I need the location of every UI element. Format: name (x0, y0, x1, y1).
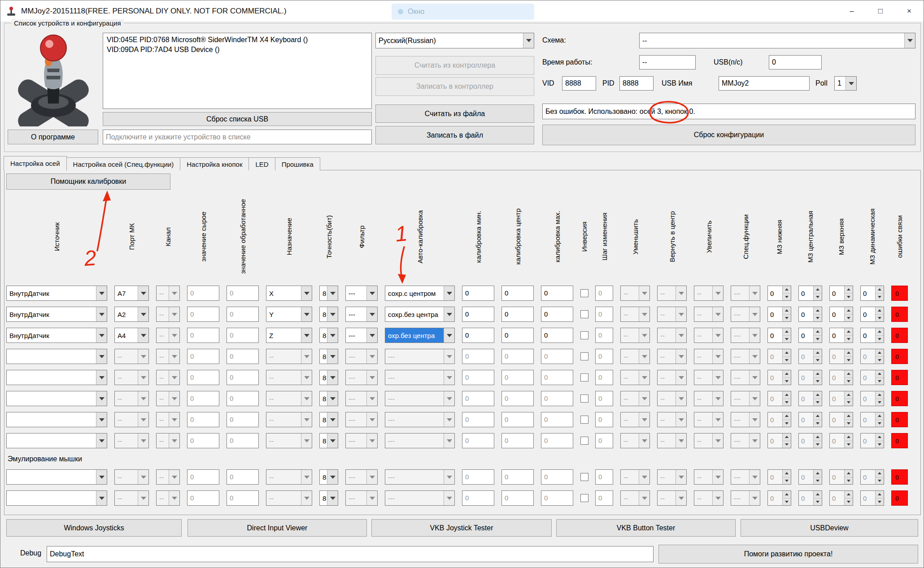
spinner-up-icon[interactable] (876, 470, 884, 477)
spinner-up-icon[interactable] (814, 328, 822, 336)
spinner-down-icon[interactable] (876, 378, 884, 385)
source-select[interactable] (6, 391, 107, 406)
spinner-up-icon[interactable] (783, 307, 791, 315)
spinner-down-icon[interactable] (814, 357, 822, 364)
spinner-down-icon[interactable] (783, 315, 791, 322)
spinner-up-icon[interactable] (876, 412, 884, 420)
inversion-checkbox[interactable] (580, 416, 588, 424)
calib_max-field[interactable]: 0 (541, 307, 573, 322)
precision-select[interactable]: 8 (319, 433, 338, 448)
spinner-down-icon[interactable] (783, 499, 791, 506)
port-select[interactable]: A2 (114, 307, 149, 322)
spinner-down-icon[interactable] (783, 336, 791, 343)
source-select[interactable] (6, 490, 107, 506)
inversion-checkbox[interactable] (580, 473, 588, 481)
filter-select[interactable]: --- (345, 328, 378, 343)
spinner-up-icon[interactable] (814, 412, 822, 420)
spinner-down-icon[interactable] (876, 477, 884, 485)
spinner-up-icon[interactable] (876, 370, 884, 378)
source-select[interactable]: ВнутрДатчик (6, 286, 107, 301)
spinner-up-icon[interactable] (876, 328, 884, 336)
mz_high-spinner[interactable]: 0 (829, 328, 853, 343)
spinner-down-icon[interactable] (783, 378, 791, 385)
calib_min-field[interactable]: 0 (462, 286, 494, 301)
assignment-select[interactable]: X (266, 286, 312, 301)
spinner-down-icon[interactable] (845, 499, 853, 506)
precision-select[interactable]: 8 (319, 349, 338, 364)
maximize-button[interactable]: □ (866, 0, 895, 22)
inversion-checkbox[interactable] (580, 289, 588, 297)
mz_center-spinner[interactable]: 0 (798, 307, 822, 322)
spinner-down-icon[interactable] (845, 294, 853, 301)
scheme-select[interactable]: -- (639, 33, 915, 48)
spinner-up-icon[interactable] (814, 434, 822, 441)
tab-2[interactable]: Настройка кнопок (180, 157, 249, 170)
spinner-down-icon[interactable] (876, 315, 884, 322)
spinner-up-icon[interactable] (876, 349, 884, 357)
spinner-down-icon[interactable] (845, 420, 853, 427)
precision-select[interactable]: 8 (319, 469, 338, 485)
usb-name-field[interactable]: MMJoy2 (719, 76, 810, 91)
spinner-up-icon[interactable] (845, 470, 853, 477)
tab-0[interactable]: Настройка осей (4, 156, 67, 171)
spinner-down-icon[interactable] (876, 294, 884, 301)
port-select[interactable]: A7 (114, 286, 149, 301)
minimize-button[interactable]: – (837, 0, 866, 22)
close-button[interactable]: × (895, 0, 924, 22)
calib_center-field[interactable]: 0 (501, 307, 534, 322)
usb-device-list[interactable]: VID:045E PID:0768 Microsoft® SiderWinder… (103, 33, 372, 109)
mz_dynamic-spinner[interactable]: 0 (860, 328, 884, 343)
spinner-down-icon[interactable] (845, 336, 853, 343)
spinner-down-icon[interactable] (876, 499, 884, 506)
spinner-up-icon[interactable] (845, 412, 853, 420)
autocalib-select[interactable]: сохр.с центром (385, 286, 455, 301)
device-list-item[interactable]: VID:09DA PID:7AD4 USB Device () (107, 45, 368, 55)
spinner-up-icon[interactable] (814, 491, 822, 499)
mz_low-spinner[interactable]: 0 (767, 307, 791, 322)
spinner-down-icon[interactable] (783, 477, 791, 485)
calib_center-field[interactable]: 0 (501, 286, 534, 301)
spinner-down-icon[interactable] (783, 399, 791, 406)
tab-3[interactable]: LED (248, 157, 275, 170)
source-select[interactable]: ВнутрДатчик (6, 328, 107, 343)
mz_center-spinner[interactable]: 0 (798, 328, 822, 343)
mz_dynamic-spinner[interactable]: 0 (860, 286, 884, 301)
spinner-up-icon[interactable] (783, 370, 791, 378)
precision-select[interactable]: 8 (319, 490, 338, 506)
read-from-file-button[interactable]: Считать из файла (375, 104, 534, 123)
source-select[interactable]: ВнутрДатчик (6, 307, 107, 322)
tab-4[interactable]: Прошивка (275, 157, 320, 170)
precision-select[interactable]: 8 (319, 328, 338, 343)
spinner-down-icon[interactable] (876, 399, 884, 406)
spinner-up-icon[interactable] (876, 286, 884, 294)
spinner-up-icon[interactable] (876, 391, 884, 399)
usbdeview-button[interactable]: USBDeview (741, 519, 918, 537)
port-select[interactable]: A4 (114, 328, 149, 343)
spinner-up-icon[interactable] (783, 412, 791, 420)
inversion-checkbox[interactable] (580, 331, 588, 339)
inversion-checkbox[interactable] (580, 494, 588, 502)
about-button[interactable]: О программе (8, 130, 98, 144)
mz_low-spinner[interactable]: 0 (767, 328, 791, 343)
spinner-up-icon[interactable] (783, 286, 791, 294)
calib_max-field[interactable]: 0 (541, 328, 573, 343)
source-select[interactable] (6, 370, 107, 385)
spinner-up-icon[interactable] (814, 470, 822, 477)
inversion-checkbox[interactable] (580, 395, 588, 403)
spinner-down-icon[interactable] (783, 357, 791, 364)
calib_center-field[interactable]: 0 (501, 328, 534, 343)
spinner-up-icon[interactable] (845, 286, 853, 294)
inversion-checkbox[interactable] (580, 373, 588, 382)
spinner-up-icon[interactable] (783, 470, 791, 477)
spinner-down-icon[interactable] (814, 336, 822, 343)
inversion-checkbox[interactable] (580, 352, 588, 360)
language-select[interactable]: Русский(Russian) (375, 33, 534, 48)
spinner-down-icon[interactable] (876, 336, 884, 343)
mz_dynamic-spinner[interactable]: 0 (860, 307, 884, 322)
spinner-up-icon[interactable] (876, 307, 884, 315)
spinner-up-icon[interactable] (814, 307, 822, 315)
vkb-joystick-tester-button[interactable]: VKB Joystick Tester (371, 519, 552, 537)
spinner-up-icon[interactable] (845, 307, 853, 315)
inversion-checkbox[interactable] (580, 310, 588, 318)
tab-1[interactable]: Настройка осей (Спец.функции) (66, 157, 181, 170)
